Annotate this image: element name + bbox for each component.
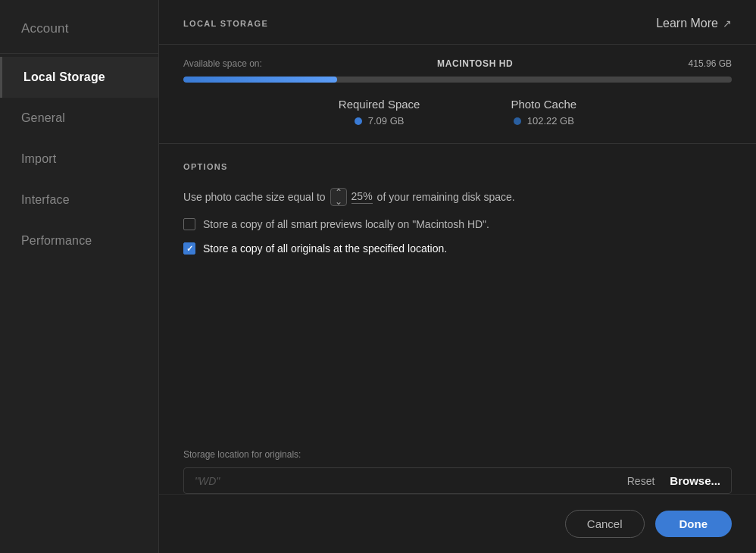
storage-location-label: Storage location for originals:: [183, 449, 732, 460]
done-button[interactable]: Done: [655, 511, 733, 537]
storage-location-path: "WD": [195, 475, 220, 487]
storage-location-section: Storage location for originals: "WD" Res…: [159, 449, 756, 494]
drive-size: 415.96 GB: [689, 58, 732, 69]
cancel-button[interactable]: Cancel: [565, 510, 645, 538]
smart-previews-checkbox-row[interactable]: Store a copy of all smart previews local…: [183, 218, 732, 230]
sidebar-item-general[interactable]: General: [0, 98, 158, 139]
storage-bar-background: [183, 77, 732, 83]
sidebar-item-performance[interactable]: Performance: [0, 220, 158, 261]
required-space-dot-row: 7.09 GB: [355, 115, 405, 127]
main-header: LOCAL STORAGE Learn More ↗: [159, 0, 756, 45]
sidebar-item-label: General: [21, 111, 65, 124]
storage-section: Available space on: MACINTOSH HD 415.96 …: [159, 45, 756, 144]
smart-previews-label: Store a copy of all smart previews local…: [203, 218, 489, 230]
sidebar-item-label: Import: [21, 152, 56, 165]
sidebar-item-label: Account: [21, 21, 69, 36]
reset-button[interactable]: Reset: [627, 475, 655, 487]
checkmark-icon: ✓: [186, 244, 193, 254]
cache-percent-value[interactable]: 25%: [351, 190, 373, 204]
cache-percent-spinner[interactable]: ⌃⌄: [330, 188, 347, 206]
sidebar: Account Local Storage General Import Int…: [0, 0, 159, 553]
photo-cache-value: 102.22 GB: [527, 115, 574, 127]
spinner-arrows-icon: ⌃⌄: [335, 188, 342, 206]
browse-button[interactable]: Browse...: [670, 474, 720, 487]
storage-info-row: Required Space 7.09 GB Photo Cache 102.2…: [183, 98, 732, 127]
storage-label-row: Available space on: MACINTOSH HD 415.96 …: [183, 58, 732, 69]
required-space-item: Required Space 7.09 GB: [339, 98, 420, 127]
sidebar-item-label: Interface: [21, 193, 70, 206]
storage-location-actions: Reset Browse...: [627, 474, 720, 487]
sidebar-item-label: Performance: [21, 234, 92, 247]
originals-checkbox[interactable]: ✓: [183, 242, 195, 255]
smart-previews-checkbox[interactable]: [183, 218, 195, 230]
drive-name: MACINTOSH HD: [437, 58, 513, 69]
options-title: OPTIONS: [183, 162, 732, 171]
required-space-dot: [355, 117, 362, 125]
sidebar-item-local-storage[interactable]: Local Storage: [0, 57, 158, 98]
options-section: OPTIONS Use photo cache size equal to ⌃⌄…: [159, 144, 756, 449]
sidebar-item-import[interactable]: Import: [0, 139, 158, 180]
learn-more-button[interactable]: Learn More ↗: [656, 17, 732, 30]
cache-text-before: Use photo cache size equal to: [183, 191, 326, 203]
originals-checkbox-row[interactable]: ✓ Store a copy of all originals at the s…: [183, 242, 732, 255]
sidebar-item-account[interactable]: Account: [0, 0, 158, 54]
external-link-icon: ↗: [723, 17, 732, 30]
available-space-label: Available space on:: [183, 58, 262, 69]
sidebar-item-interface[interactable]: Interface: [0, 180, 158, 220]
originals-label: Store a copy of all originals at the spe…: [203, 242, 447, 255]
learn-more-label: Learn More: [656, 17, 718, 30]
sidebar-item-label: Local Storage: [23, 70, 105, 83]
photo-cache-item: Photo Cache 102.22 GB: [511, 98, 576, 127]
cache-text-after: of your remaining disk space.: [377, 191, 515, 203]
required-space-value: 7.09 GB: [368, 115, 405, 127]
main-content: LOCAL STORAGE Learn More ↗ Available spa…: [159, 0, 756, 553]
cache-row: Use photo cache size equal to ⌃⌄ 25% of …: [183, 188, 732, 206]
photo-cache-label: Photo Cache: [511, 98, 576, 111]
page-title: LOCAL STORAGE: [183, 19, 268, 28]
storage-location-row: "WD" Reset Browse...: [183, 467, 732, 494]
required-space-label: Required Space: [339, 98, 420, 111]
main-footer: Cancel Done: [159, 494, 756, 553]
photo-cache-dot: [514, 117, 521, 125]
storage-bar-fill: [183, 77, 337, 83]
photo-cache-dot-row: 102.22 GB: [514, 115, 574, 127]
